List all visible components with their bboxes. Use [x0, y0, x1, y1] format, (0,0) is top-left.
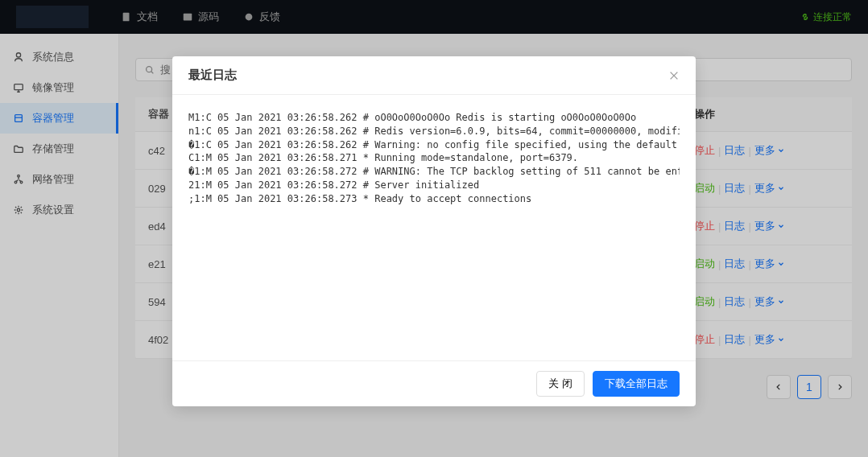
- modal-overlay[interactable]: 最近日志 M1:C 05 Jan 2021 03:26:58.262 # oO0…: [0, 0, 868, 457]
- modal-header: 最近日志: [172, 56, 696, 95]
- logs-modal: 最近日志 M1:C 05 Jan 2021 03:26:58.262 # oO0…: [172, 56, 696, 406]
- close-icon: [668, 70, 680, 81]
- log-content: M1:C 05 Jan 2021 03:26:58.262 # oO0OoO0O…: [188, 111, 680, 206]
- modal-title: 最近日志: [188, 68, 237, 83]
- modal-body: M1:C 05 Jan 2021 03:26:58.262 # oO0OoO0O…: [172, 95, 696, 360]
- download-logs-button[interactable]: 下载全部日志: [593, 371, 680, 397]
- modal-close-button[interactable]: [668, 70, 680, 81]
- modal-footer: 关 闭 下载全部日志: [172, 360, 696, 406]
- close-button[interactable]: 关 闭: [536, 371, 585, 397]
